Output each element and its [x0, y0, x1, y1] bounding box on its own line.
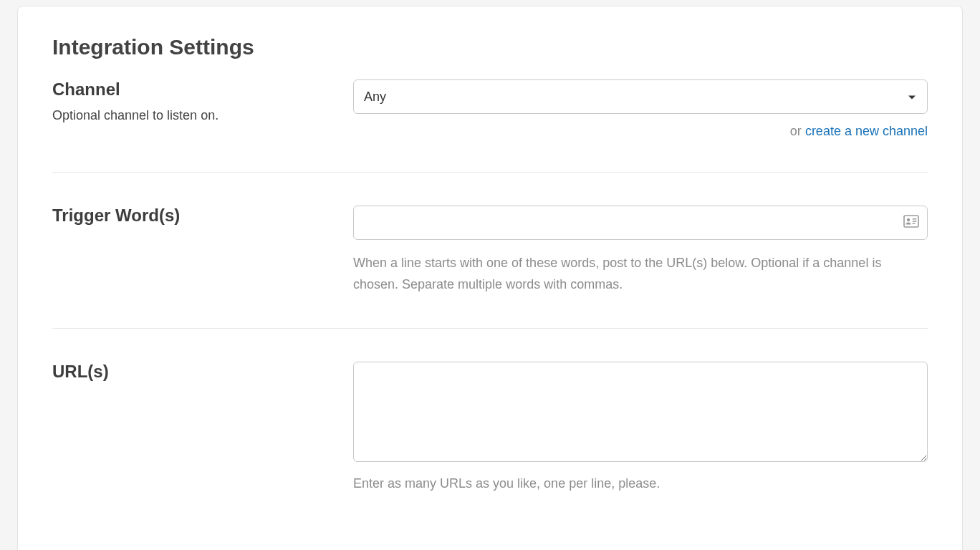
urls-left: URL(s) [52, 362, 325, 494]
trigger-words-input[interactable] [353, 206, 928, 240]
urls-title: URL(s) [52, 362, 325, 382]
channel-select-wrapper: Any [353, 79, 928, 114]
page-title: Integration Settings [52, 35, 928, 59]
trigger-helper: When a line starts with one of these wor… [353, 253, 928, 295]
trigger-row: Trigger Word(s) When a line starts with … [52, 206, 928, 329]
trigger-input-wrapper [353, 206, 928, 240]
create-channel-link[interactable]: create a new channel [805, 124, 928, 138]
channel-title: Channel [52, 79, 325, 100]
urls-right: Enter as many URLs as you like, one per … [353, 362, 928, 494]
urls-helper: Enter as many URLs as you like, one per … [353, 473, 928, 494]
urls-textarea[interactable] [353, 362, 928, 462]
channel-subtitle: Optional channel to listen on. [52, 108, 325, 123]
channel-right: Any or create a new channel [353, 79, 928, 139]
trigger-title: Trigger Word(s) [52, 206, 325, 226]
channel-row: Channel Optional channel to listen on. A… [52, 79, 928, 173]
channel-left: Channel Optional channel to listen on. [52, 79, 325, 139]
or-text: or [790, 124, 805, 138]
urls-row: URL(s) Enter as many URLs as you like, o… [52, 362, 928, 527]
channel-create-area: or create a new channel [353, 124, 928, 139]
trigger-right: When a line starts with one of these wor… [353, 206, 928, 295]
channel-select[interactable]: Any [353, 79, 928, 114]
trigger-left: Trigger Word(s) [52, 206, 325, 295]
settings-card: Integration Settings Channel Optional ch… [17, 6, 963, 550]
